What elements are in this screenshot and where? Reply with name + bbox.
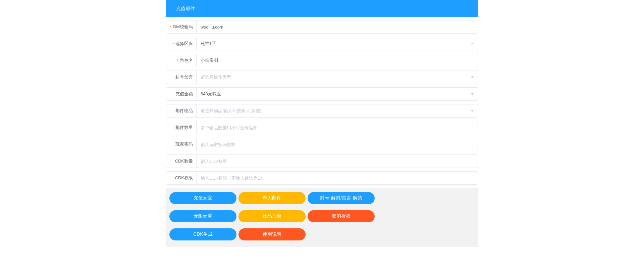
ban-select-placeholder: 请选择操作类型 (197, 71, 478, 84)
item-admin-button[interactable]: 物品后台 (238, 210, 306, 222)
row-items: 邮件物品 请选择物品(输入即搜索,可多选) (166, 104, 478, 118)
row-server: 选择区服 死神1区 (166, 37, 478, 50)
server-select-value: 死神1区 (197, 37, 478, 50)
label-role-name: 角色名 (166, 54, 197, 67)
button-area: 充值元宝 单人邮件 封号-解封/禁言-解禁 无限元宝 物品后台 取消授权 CDK… (166, 188, 478, 247)
label-ban: 封号禁言 (166, 71, 197, 84)
player-password-input[interactable] (197, 138, 478, 151)
ban-select[interactable]: 请选择操作类型 (197, 71, 478, 84)
label-amount: 充值金额 (166, 88, 197, 100)
row-amount: 充值金额 648元魂玉 (166, 87, 478, 101)
button-row-1: 充值元宝 单人邮件 封号-解封/禁言-解禁 (169, 192, 475, 204)
row-item-qty: 邮件数量 (166, 121, 478, 134)
page-title: 充值邮件 (176, 6, 195, 11)
cdk-perm-input[interactable] (197, 172, 478, 184)
label-gm-code: GM校验码 (166, 20, 197, 33)
single-mail-button[interactable]: 单人邮件 (238, 192, 306, 204)
recharge-button[interactable]: 充值元宝 (169, 192, 236, 204)
label-items: 邮件物品 (166, 104, 197, 117)
manual-button[interactable]: 使用说明 (238, 228, 306, 240)
items-select[interactable]: 请选择物品(输入即搜索,可多选) (197, 104, 478, 117)
ban-unban-button[interactable]: 封号-解封/禁言-解禁 (308, 192, 375, 204)
label-cdk-perm: CDK权限 (166, 172, 197, 184)
row-role-name: 角色名 (166, 54, 478, 67)
item-qty-input[interactable] (197, 121, 478, 134)
page-header: 充值邮件 (166, 0, 478, 17)
button-row-2: 无限元宝 物品后台 取消授权 (169, 210, 475, 222)
label-server: 选择区服 (166, 37, 197, 50)
gm-code-input[interactable] (197, 20, 478, 33)
row-ban: 封号禁言 请选择操作类型 (166, 71, 478, 84)
cdk-generate-button[interactable]: CDK生成 (169, 228, 236, 240)
button-row-3: CDK生成 使用说明 (169, 228, 475, 240)
row-gm-code: GM校验码 (166, 20, 478, 34)
cdk-qty-input[interactable] (197, 155, 478, 168)
recharge-form: GM校验码 选择区服 死神1区 角色名 封号禁言 请选择操作类型 (166, 17, 478, 185)
items-select-placeholder: 请选择物品(输入即搜索,可多选) (197, 104, 478, 117)
label-cdk-qty: CDK数量 (166, 155, 197, 168)
row-player-password: 玩家密码 (166, 138, 478, 151)
unlimited-button[interactable]: 无限元宝 (169, 210, 236, 222)
role-name-input[interactable] (197, 54, 478, 67)
amount-select[interactable]: 648元魂玉 (197, 88, 478, 100)
row-cdk-perm: CDK权限 (166, 171, 478, 185)
amount-select-value: 648元魂玉 (197, 88, 478, 100)
label-item-qty: 邮件数量 (166, 121, 197, 134)
row-cdk-qty: CDK数量 (166, 154, 478, 168)
revoke-auth-button[interactable]: 取消授权 (308, 210, 375, 222)
label-player-password: 玩家密码 (166, 138, 197, 151)
server-select[interactable]: 死神1区 (197, 37, 478, 50)
